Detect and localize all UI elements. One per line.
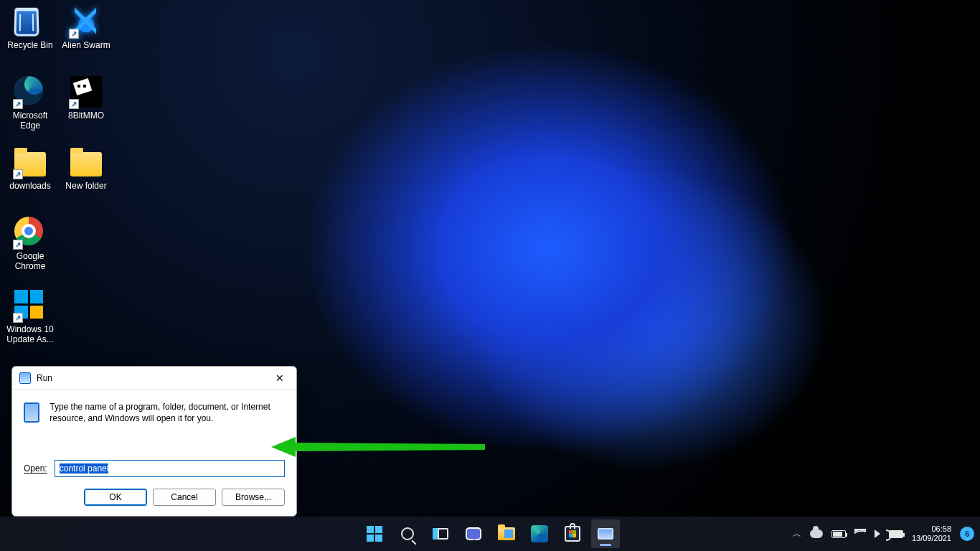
chrome-icon: ↗ bbox=[14, 217, 46, 248]
tray-date: 13/09/2021 bbox=[912, 534, 951, 543]
chat-icon bbox=[466, 527, 481, 540]
desktop-icon-recycle-bin[interactable]: Recycle Bin bbox=[3, 3, 57, 65]
system-tray: ︿ 06:58 13/09/2021 6 bbox=[793, 524, 980, 543]
ok-button[interactable]: OK bbox=[84, 489, 147, 506]
tray-overflow-button[interactable]: ︿ bbox=[793, 528, 801, 540]
edge-button[interactable] bbox=[525, 519, 554, 548]
task-view-button[interactable] bbox=[426, 519, 455, 548]
icon-label: New folder bbox=[65, 181, 106, 191]
edge-icon: ↗ bbox=[14, 76, 46, 108]
open-label: Open: bbox=[24, 463, 47, 474]
desktop-icon-win10-update[interactable]: ↗ Windows 10 Update As... bbox=[3, 287, 57, 349]
search-icon bbox=[401, 527, 414, 540]
cancel-button[interactable]: Cancel bbox=[153, 489, 216, 506]
close-icon: ✕ bbox=[275, 372, 284, 384]
desktop-icon-chrome[interactable]: ↗ Google Chrome bbox=[3, 214, 57, 276]
folder-icon bbox=[498, 527, 515, 540]
desktop-wallpaper[interactable]: Recycle Bin ↗ Alien Swarm ↗ Microsoft Ed… bbox=[0, 0, 980, 551]
run-titlebar[interactable]: Run ✕ bbox=[12, 367, 296, 390]
edge-icon bbox=[531, 525, 548, 542]
windows-update-icon: ↗ bbox=[14, 290, 46, 321]
file-explorer-button[interactable] bbox=[492, 519, 521, 548]
run-description: Type the name of a program, folder, docu… bbox=[50, 401, 285, 454]
folder-icon bbox=[70, 146, 102, 178]
8bitmmo-icon: ↗ bbox=[70, 76, 102, 108]
folder-icon: ↗ bbox=[14, 146, 46, 178]
desktop-icon-alien-swarm[interactable]: ↗ Alien Swarm bbox=[59, 3, 113, 65]
icon-label: downloads bbox=[9, 181, 50, 191]
taskbar: ︿ 06:58 13/09/2021 6 bbox=[0, 517, 980, 551]
tray-time: 06:58 bbox=[931, 524, 951, 534]
alien-swarm-icon: ↗ bbox=[70, 6, 102, 37]
svg-marker-0 bbox=[271, 437, 485, 457]
browse-button[interactable]: Browse... bbox=[222, 489, 285, 506]
run-icon bbox=[598, 528, 613, 540]
store-icon bbox=[565, 526, 580, 542]
desktop-icon-downloads[interactable]: ↗ downloads bbox=[3, 143, 57, 205]
start-button[interactable] bbox=[360, 519, 389, 548]
icon-label: 8BitMMO bbox=[68, 110, 104, 121]
desktop-icon-edge[interactable]: ↗ Microsoft Edge bbox=[3, 73, 57, 135]
windows-logo-icon bbox=[367, 526, 382, 542]
search-button[interactable] bbox=[393, 519, 422, 548]
wifi-icon[interactable] bbox=[854, 529, 866, 539]
microsoft-store-button[interactable] bbox=[558, 519, 587, 548]
volume-icon[interactable] bbox=[875, 529, 880, 538]
icon-label: Alien Swarm bbox=[62, 40, 110, 50]
icon-label: Recycle Bin bbox=[7, 40, 52, 50]
task-view-icon bbox=[433, 528, 448, 540]
notification-badge[interactable]: 6 bbox=[960, 527, 974, 541]
icon-label: Microsoft Edge bbox=[3, 110, 57, 131]
annotation-arrow bbox=[271, 434, 486, 463]
onedrive-icon[interactable] bbox=[810, 529, 823, 538]
chat-button[interactable] bbox=[459, 519, 488, 548]
desktop-icon-8bitmmo[interactable]: ↗ 8BitMMO bbox=[59, 73, 113, 135]
icon-label: Google Chrome bbox=[3, 251, 57, 271]
open-input[interactable] bbox=[55, 460, 285, 477]
battery-tray-icon[interactable] bbox=[831, 530, 846, 538]
run-dialog-icon bbox=[19, 372, 31, 384]
run-dialog: Run ✕ Type the name of a program, folder… bbox=[11, 366, 297, 517]
recycle-bin-icon bbox=[14, 6, 46, 37]
run-taskbar-button[interactable] bbox=[591, 519, 620, 548]
icon-label: Windows 10 Update As... bbox=[3, 324, 57, 344]
power-icon[interactable] bbox=[889, 530, 903, 538]
clock[interactable]: 06:58 13/09/2021 bbox=[912, 524, 951, 543]
close-button[interactable]: ✕ bbox=[263, 367, 296, 390]
desktop-icon-new-folder[interactable]: New folder bbox=[59, 143, 113, 205]
run-title: Run bbox=[37, 373, 52, 383]
run-body-icon bbox=[24, 402, 39, 423]
